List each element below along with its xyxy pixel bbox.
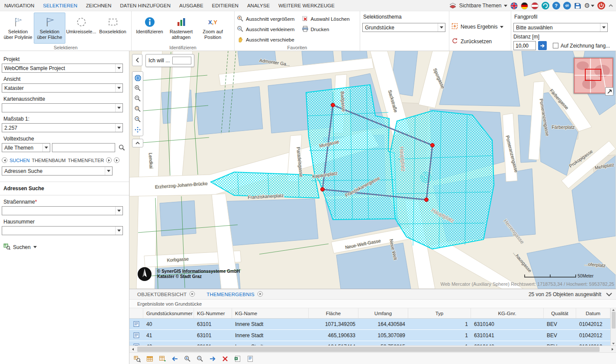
column-header-kg-gnr[interactable]: KG-Gnr. [471,308,544,318]
full-extent-icon[interactable] [132,73,143,83]
raster-query-button[interactable]: Rasterwert abfragen [165,13,197,44]
zoom-out-extent-button[interactable]: Ausschnitt verkleinern [237,26,295,33]
result-table-icon[interactable] [145,354,154,363]
next-record-icon[interactable] [208,354,217,363]
toolbar-collapse-button[interactable] [132,139,143,147]
column-header-qualit-t[interactable]: Qualität [544,308,576,318]
map-canvas[interactable]: Admonter Ga...SporgasseSackstraßeBadgass… [129,51,616,289]
language-english-icon[interactable] [510,2,518,10]
vscroll-thumb[interactable] [612,312,616,329]
tab-themenergebnis[interactable]: THEMENERGEBNIS [206,291,263,298]
volltext-scope-select[interactable]: Alle Themen [2,143,50,152]
menu-tab-editieren[interactable]: EDITIEREN [208,0,243,11]
column-header-datum[interactable]: Datum [576,308,610,318]
tabs-scroll-right-icon[interactable] [106,157,112,163]
settings-gear-icon[interactable]: ⚙ [584,2,594,10]
vertex-handle[interactable] [425,198,429,202]
hscroll-thumb[interactable] [137,347,600,352]
remove-result-icon[interactable] [221,354,229,363]
row-details-icon[interactable] [129,341,143,345]
select-polyline-button[interactable]: Selektion über Polylinie [2,13,34,44]
new-result-button[interactable]: Neues Ergebnis [452,23,509,31]
strassenname-input[interactable] [2,207,115,214]
menu-tab-ausgabe[interactable]: AUSGABE [175,0,208,11]
vertical-scrollbar[interactable] [610,308,616,345]
column-header-typ[interactable]: Typ [408,308,471,318]
zoom-out-icon[interactable] [132,93,143,104]
table-row[interactable]: 4063101Innere Stadt1071,349205164,430584… [129,319,610,330]
hausnummer-combobox[interactable] [2,226,123,235]
sidebar-tab-suchen[interactable]: SUCHEN [10,158,29,163]
column-header-grundst-cksnummer[interactable]: Grundstücksnummer [143,308,194,318]
fangprofil-select[interactable]: Bitte auswählen [513,23,608,32]
tab-objektuebersicht[interactable]: OBJEKTÜBERSICHT [137,291,195,298]
distanz-input[interactable] [513,41,536,50]
save-icon[interactable] [574,2,581,10]
chevron-down-icon[interactable] [42,144,50,152]
overview-toggle-button[interactable] [605,87,613,96]
volltext-input[interactable] [52,143,115,152]
zoom-selected-icon[interactable] [183,354,192,363]
suchen-button[interactable]: Suchen [3,243,129,251]
table-row[interactable]: 4163101Innere Stadt465,190633105,3070891… [129,330,610,341]
chevron-down-icon[interactable] [115,64,123,72]
chevron-down-icon[interactable] [115,104,123,112]
logout-power-icon[interactable] [597,2,605,10]
column-header-icon[interactable] [129,308,143,318]
zoom-in-icon[interactable] [132,83,143,93]
zoom-to-result-icon[interactable] [133,354,142,363]
table-row[interactable]: 4263101Innere Stadt124,51741453,75621516… [129,341,610,345]
tabs-more-icon[interactable] [114,157,119,163]
hausnummer-input[interactable] [2,227,115,234]
pan-icon[interactable] [132,125,143,135]
chevron-down-icon[interactable] [115,227,123,235]
column-header-kg-name[interactable]: KG-Name [232,308,309,318]
chevron-down-icon[interactable] [105,167,112,175]
row-details-icon[interactable] [129,330,143,341]
projekt-select[interactable]: WebOffice Sample Project [2,64,123,73]
map[interactable]: Admonter Ga...SporgasseSackstraßeBadgass… [129,51,616,289]
ansicht-select[interactable]: Kataster [2,83,123,93]
column-header-umfang[interactable]: Umfang [358,308,408,318]
search-type-select[interactable]: Adressen Suche [2,166,113,176]
menu-tab-daten-hinzufuegen[interactable]: DATEN HINZUFÜGEN [116,0,175,11]
select-circle-button[interactable]: Umkreissele... [65,13,97,44]
link-icon[interactable] [563,2,571,10]
strassenname-combobox[interactable] [2,206,123,215]
search-icon[interactable] [117,144,126,151]
zoom-in-extent-button[interactable]: Ausschnitt vergrößern [237,15,295,23]
chevron-down-icon[interactable] [115,207,123,215]
kartenausschnitte-select[interactable] [2,103,123,112]
zoom-window-icon[interactable] [132,104,143,114]
tabs-scroll-left-icon[interactable] [2,157,7,163]
excel-export-icon[interactable] [233,354,242,363]
apply-distanz-button[interactable] [538,41,547,50]
vertex-handle[interactable] [321,188,325,192]
chevron-down-icon[interactable] [115,124,123,132]
help-icon[interactable]: ? [552,2,560,10]
pan-extent-button[interactable]: Ausschnitt verschiebe [237,36,295,44]
previous-record-icon[interactable] [171,354,179,363]
previous-extent-icon[interactable] [132,114,143,125]
menu-tab-zeichnen[interactable]: ZEICHNEN [81,0,116,11]
collapse-ribbon-icon[interactable] [608,4,613,7]
scroll-down-icon[interactable] [612,343,615,345]
snap-drawing-checkbox[interactable] [553,43,558,48]
select-box-button[interactable]: Boxselektion [97,13,129,44]
menu-tab-analyse[interactable]: ANALYSE [243,0,274,11]
zoom-to-position-button[interactable]: X,Y Zoom auf Position [197,13,229,44]
chevron-down-icon[interactable] [438,23,445,32]
reset-button[interactable]: Zurücksetzen [452,38,509,45]
collapse-panel-icon[interactable] [606,292,613,298]
identify-button[interactable]: Identifizieren [134,13,165,44]
clear-selection-button[interactable]: Auswahl Löschen [302,15,350,23]
massstab-select[interactable]: 2.257 [2,123,123,132]
column-header-fl-che[interactable]: Fläche [309,308,358,318]
menu-tab-weitere-werkzeuge[interactable]: WEITERE WERKZEUGE [274,0,339,11]
scroll-up-icon[interactable] [612,309,615,311]
select-area-button[interactable]: Selektion über Fläche [34,13,65,44]
row-details-icon[interactable] [129,319,143,329]
language-austrian-icon[interactable] [531,2,539,10]
language-german-icon[interactable] [521,2,528,10]
chevron-down-icon[interactable] [115,84,123,92]
